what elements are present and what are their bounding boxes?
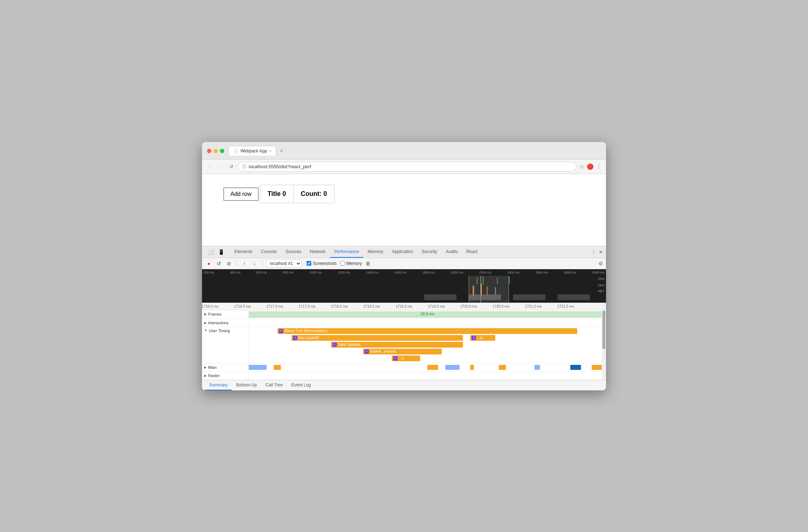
- screenshots-checkbox-input[interactable]: [307, 261, 311, 266]
- bottom-tab-summary[interactable]: Summary: [205, 380, 232, 390]
- close-traffic-light[interactable]: [207, 149, 211, 153]
- screenshots-checkbox[interactable]: Screenshots: [307, 261, 337, 266]
- devtools-tab-bar: ⬜ 📱 Elements Console Sources Network Per…: [202, 246, 606, 258]
- settings-button[interactable]: ⚙: [598, 261, 603, 266]
- svg-rect-12: [557, 294, 590, 300]
- user-timing-label[interactable]: ▼ User Timing: [202, 327, 249, 363]
- tab-audits[interactable]: Audits: [441, 246, 462, 258]
- security-icon: ⓘ: [242, 164, 247, 170]
- frames-arrow: ▶: [204, 312, 207, 316]
- react-icon-6: ⚛: [393, 356, 398, 361]
- tab-memory[interactable]: Memory: [363, 246, 387, 258]
- interactions-content[interactable]: [249, 319, 606, 327]
- timing-bar-table-update: ⚛ Table [update]: [331, 342, 463, 348]
- tab-performance[interactable]: Performance: [330, 246, 363, 258]
- svg-rect-18: [499, 365, 506, 370]
- interactions-section: ▶ Interactions: [202, 319, 606, 327]
- fps-label: FPS: [598, 277, 605, 281]
- bottom-tab-bottom-up[interactable]: Bottom-Up: [232, 380, 261, 390]
- maximize-traffic-light[interactable]: [220, 149, 224, 153]
- address-actions: ☆ 🔴 ⋮: [579, 163, 602, 170]
- net-label: NET: [598, 289, 605, 293]
- new-tab-button[interactable]: +: [277, 146, 285, 156]
- tick-1721-5: 1721.5 ms: [557, 304, 574, 308]
- url-text: localhost:5555/dist?react_perf: [249, 164, 311, 169]
- reload-record-button[interactable]: ↺: [215, 260, 223, 267]
- interactions-label[interactable]: ▶ Interactions: [202, 319, 249, 327]
- extensions-button[interactable]: 🔴: [587, 163, 594, 170]
- menu-button[interactable]: ⋮: [596, 163, 602, 170]
- bottom-tabs: Summary Bottom-Up Call Tree Event Log: [202, 380, 606, 390]
- user-timing-text: User Timing: [209, 329, 230, 333]
- tick-1718: 1718.0 ms: [331, 304, 348, 308]
- profile-select[interactable]: localhost #1: [266, 260, 302, 267]
- browser-tab-active[interactable]: 📄 Webpack App ×: [229, 146, 276, 156]
- bottom-tab-call-tree[interactable]: Call Tree: [261, 380, 287, 390]
- timing-bar-s: ⚛ ...s): [470, 335, 495, 341]
- main-arrow: ▶: [204, 366, 207, 369]
- download-button[interactable]: ↓: [251, 260, 258, 267]
- tab-elements[interactable]: Elements: [230, 246, 257, 258]
- add-row-button[interactable]: Add row: [224, 188, 258, 201]
- main-section: ▶ Main: [202, 363, 606, 372]
- clear-button[interactable]: ⊘: [225, 260, 233, 267]
- react-icon-5: ⚛: [364, 349, 369, 354]
- timeline-detail[interactable]: 1716.0 ms 1716.5 ms 1717.0 ms 1717.5 ms …: [202, 303, 606, 380]
- detail-ruler: 1716.0 ms 1716.5 ms 1717.0 ms 1717.5 ms …: [202, 303, 606, 310]
- user-timing-content[interactable]: ⚛ (React Tree Reconciliation) ⚛ App [upd…: [249, 327, 606, 363]
- scrollbar-thumb[interactable]: [602, 311, 605, 349]
- svg-rect-20: [570, 365, 581, 370]
- raster-content[interactable]: [249, 372, 606, 380]
- bottom-tab-event-log[interactable]: Event Log: [287, 380, 315, 390]
- raster-label[interactable]: ▶ Raster: [202, 372, 249, 380]
- timeline-overview-chart[interactable]: FPS CPU NET: [202, 276, 606, 303]
- svg-rect-3: [509, 277, 510, 284]
- timing-bar-app-update: ⚛ App [update]: [291, 335, 463, 341]
- timing-bar-tabler-mount: ⚛ TableR...[mount]: [363, 349, 442, 354]
- main-label[interactable]: ▶ Main: [202, 363, 249, 371]
- element-picker-icon[interactable]: ⬜: [206, 248, 215, 256]
- tab-network[interactable]: Network: [306, 246, 330, 258]
- back-button[interactable]: ←: [206, 163, 214, 170]
- timeline-scrollbar[interactable]: [602, 303, 606, 380]
- traffic-lights: [207, 149, 224, 153]
- minimize-traffic-light[interactable]: [214, 149, 218, 153]
- frames-text: Frames: [208, 312, 221, 316]
- user-timing-section: ▼ User Timing ⚛ (React Tree Reconciliati…: [202, 327, 606, 363]
- performance-toolbar: ● ↺ ⊘ ↑ ↓ localhost #1 Screenshots Memor…: [202, 258, 606, 269]
- raster-arrow: ▶: [204, 374, 207, 377]
- tab-react[interactable]: React: [462, 246, 482, 258]
- tick-1719-5: 1719.5 ms: [428, 304, 445, 308]
- bookmark-button[interactable]: ☆: [579, 163, 584, 170]
- svg-rect-9: [424, 294, 456, 300]
- trash-button[interactable]: 🗑: [366, 261, 371, 266]
- tab-console[interactable]: Console: [257, 246, 281, 258]
- forward-button[interactable]: →: [217, 163, 225, 170]
- frames-label[interactable]: ▶ Frames: [202, 310, 249, 318]
- memory-checkbox[interactable]: Memory: [340, 261, 362, 266]
- memory-checkbox-input[interactable]: [340, 261, 345, 266]
- browser-window: 📄 Webpack App × + ← → ↺ ⓘ localhost:5555…: [202, 142, 606, 390]
- record-button[interactable]: ●: [205, 260, 213, 267]
- tab-security[interactable]: Security: [417, 246, 441, 258]
- url-bar[interactable]: ⓘ localhost:5555/dist?react_perf: [238, 162, 577, 171]
- tab-close-button[interactable]: ×: [269, 149, 271, 153]
- timeline-ruler: 200 ms 400 ms 600 ms 800 ms 1000 ms 1200…: [202, 269, 606, 303]
- main-content[interactable]: [249, 363, 606, 371]
- more-tabs-button[interactable]: ⋮: [591, 249, 596, 255]
- reload-button[interactable]: ↺: [228, 163, 235, 170]
- row-item: Title 0 Count: 0: [260, 185, 335, 203]
- tab-sources[interactable]: Sources: [281, 246, 306, 258]
- react-icon-3: ⚛: [472, 336, 476, 340]
- tab-application[interactable]: Application: [387, 246, 417, 258]
- svg-rect-13: [249, 365, 267, 370]
- upload-button[interactable]: ↑: [240, 260, 248, 267]
- raster-text: Raster: [208, 373, 220, 378]
- close-devtools-button[interactable]: ✕: [599, 249, 603, 255]
- device-toolbar-icon[interactable]: 📱: [217, 248, 226, 256]
- toolbar-divider-2: [262, 260, 262, 267]
- tick-1721: 1721.0 ms: [525, 304, 542, 308]
- svg-rect-15: [427, 365, 438, 370]
- title-bar: 📄 Webpack App × +: [202, 142, 606, 160]
- frames-content[interactable]: 18.8 ms: [249, 310, 606, 318]
